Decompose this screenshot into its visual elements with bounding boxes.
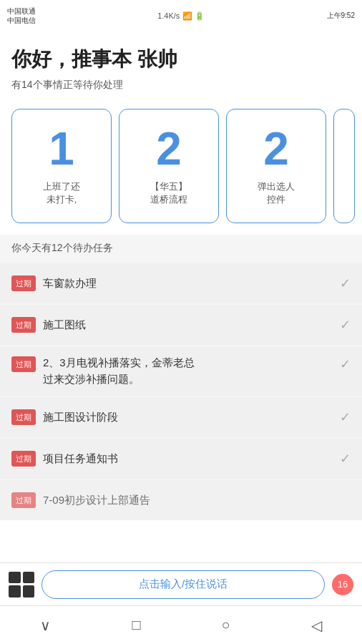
carrier-info: 中国联通 中国电信 bbox=[7, 6, 36, 25]
nav-home-button[interactable]: □ bbox=[117, 611, 155, 639]
carrier1-label: 中国联通 bbox=[7, 6, 36, 16]
card-2-number: 2 bbox=[156, 126, 182, 172]
check-icon-2: ✓ bbox=[340, 356, 351, 372]
card-2[interactable]: 2 【华五】道桥流程 bbox=[119, 109, 219, 223]
todo-list: 过期 车窗款办理 ✓ 过期 施工图纸 ✓ 过期 2、3月电视补播落实，金蒂老总过… bbox=[0, 263, 362, 520]
check-icon-0: ✓ bbox=[340, 275, 351, 291]
todo-text-4: 项目任务通知书 bbox=[43, 451, 333, 467]
carrier2-label: 中国电信 bbox=[7, 16, 36, 25]
grid-menu-icon[interactable] bbox=[9, 572, 34, 597]
card-1-number: 1 bbox=[49, 126, 74, 172]
card-1[interactable]: 1 上班了还未打卡, bbox=[11, 109, 112, 223]
check-icon-4: ✓ bbox=[340, 451, 351, 467]
card-partial bbox=[333, 109, 355, 223]
check-icon-1: ✓ bbox=[340, 317, 351, 333]
input-bar-label: 点击输入/按住说话 bbox=[139, 577, 228, 591]
todo-text-1: 施工图纸 bbox=[43, 317, 333, 333]
bottom-bar: 点击输入/按住说话 16 bbox=[0, 562, 362, 605]
nav-circle-button[interactable]: ○ bbox=[207, 611, 244, 639]
todo-item-2[interactable]: 过期 2、3月电视补播落实，金蒂老总过来交涉补播问题。 ✓ bbox=[0, 346, 362, 396]
cards-row: 1 上班了还未打卡, 2 【华五】道桥流程 2 弹出选人控件 bbox=[0, 109, 362, 235]
todo-header: 你今天有12个待办任务 bbox=[11, 242, 351, 255]
card-3-number: 2 bbox=[263, 126, 289, 172]
nav-back-button[interactable]: ∨ bbox=[26, 611, 65, 640]
input-bar[interactable]: 点击输入/按住说话 bbox=[41, 570, 325, 599]
task-summary: 有14个事情正等待你处理 bbox=[11, 79, 351, 92]
status-time: 上午9:52 bbox=[327, 11, 355, 21]
nav-menu-button[interactable]: ◁ bbox=[297, 611, 336, 640]
todo-item-0[interactable]: 过期 车窗款办理 ✓ bbox=[0, 263, 362, 303]
todo-item-5[interactable]: 过期 7-09初步设计上部通告 bbox=[0, 480, 362, 520]
overdue-badge-3: 过期 bbox=[11, 409, 36, 425]
todo-text-2: 2、3月电视补播落实，金蒂老总过来交涉补播问题。 bbox=[43, 355, 333, 387]
header-section: 你好，推事本 张帅 有14个事情正等待你处理 bbox=[0, 31, 362, 109]
card-2-label: 【华五】道桥流程 bbox=[150, 180, 187, 206]
overdue-badge-5: 过期 bbox=[11, 492, 36, 508]
todo-text-3: 施工图设计阶段 bbox=[43, 409, 333, 426]
main-content: 你好，推事本 张帅 有14个事情正等待你处理 1 上班了还未打卡, 2 【华五】… bbox=[0, 31, 362, 580]
greeting-title: 你好，推事本 张帅 bbox=[11, 46, 351, 73]
todo-item-1[interactable]: 过期 施工图纸 ✓ bbox=[0, 305, 362, 345]
todo-text-5: 7-09初步设计上部通告 bbox=[43, 492, 351, 509]
overdue-badge-0: 过期 bbox=[11, 275, 36, 291]
todo-item-4[interactable]: 过期 项目任务通知书 ✓ bbox=[0, 439, 362, 479]
todo-text-0: 车窗款办理 bbox=[43, 275, 333, 292]
overdue-badge-2: 过期 bbox=[11, 356, 36, 372]
card-1-label: 上班了还未打卡, bbox=[43, 180, 80, 206]
overdue-badge-1: 过期 bbox=[11, 317, 36, 333]
network-speed: 1.4K/s bbox=[157, 11, 180, 20]
notification-badge[interactable]: 16 bbox=[332, 574, 353, 595]
status-bar: 中国联通 中国电信 1.4K/s 📶 🔋 上午9:52 bbox=[0, 0, 362, 31]
overdue-badge-4: 过期 bbox=[11, 451, 36, 467]
todo-section: 你今天有12个待办任务 bbox=[0, 235, 362, 263]
nav-bar: ∨ □ ○ ◁ bbox=[0, 605, 362, 644]
check-icon-3: ✓ bbox=[340, 409, 351, 425]
card-3-label: 弹出选人控件 bbox=[258, 180, 295, 206]
status-center: 1.4K/s 📶 🔋 bbox=[157, 11, 205, 21]
card-3[interactable]: 2 弹出选人控件 bbox=[226, 109, 326, 223]
signal-icons: 📶 🔋 bbox=[182, 11, 205, 21]
todo-item-3[interactable]: 过期 施工图设计阶段 ✓ bbox=[0, 397, 362, 437]
